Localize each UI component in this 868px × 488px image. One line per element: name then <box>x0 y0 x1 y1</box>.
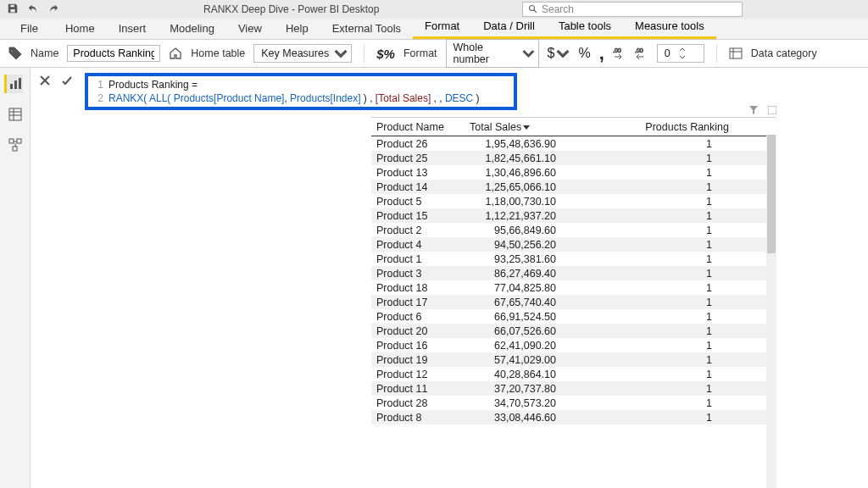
tab-format[interactable]: Format <box>413 16 471 39</box>
cell-sales: 94,50,256.20 <box>470 239 571 251</box>
format-select[interactable]: Whole number <box>446 39 539 68</box>
table-row[interactable]: Product 261,95,48,636.901 <box>371 136 776 151</box>
cell-sales: 1,95,48,636.90 <box>470 138 571 150</box>
cell-sales: 57,41,029.00 <box>470 354 571 366</box>
save-icon[interactable] <box>7 3 19 17</box>
decrease-decimals-button[interactable]: .00 <box>635 47 648 60</box>
format-prefix-icon: $% <box>376 47 395 61</box>
redo-icon[interactable] <box>47 3 59 17</box>
formula-text[interactable]: 1Products Ranking = 2RANKX( ALL( Product… <box>88 76 514 107</box>
cell-sales: 93,25,381.60 <box>470 253 571 265</box>
search-box[interactable]: Search <box>522 2 743 17</box>
comma-button[interactable]: , <box>599 42 604 64</box>
cell-product: Product 14 <box>376 181 470 193</box>
table-row[interactable]: Product 494,50,256.201 <box>371 237 776 252</box>
commit-formula-button[interactable] <box>59 73 75 88</box>
col-total-sales[interactable]: Total Sales <box>470 121 571 133</box>
svg-rect-9 <box>19 78 21 89</box>
tab-modeling[interactable]: Modeling <box>158 19 226 39</box>
cell-product: Product 2 <box>376 225 470 236</box>
undo-icon[interactable] <box>27 3 39 17</box>
table-row[interactable]: Product 51,18,00,730.101 <box>371 194 776 208</box>
table-row[interactable]: Product 386,27,469.401 <box>371 266 776 280</box>
cell-rank: 1 <box>571 138 771 150</box>
separator <box>364 44 364 63</box>
home-table-select[interactable]: Key Measures <box>253 44 352 63</box>
filter-icon[interactable] <box>749 106 758 114</box>
table-row[interactable]: Product 833,08,446.601 <box>371 410 776 424</box>
cell-sales: 95,66,849.60 <box>470 225 571 236</box>
data-table: Product Name Total Sales Products Rankin… <box>371 118 776 424</box>
table-row[interactable]: Product 295,66,849.601 <box>371 223 776 237</box>
svg-rect-10 <box>9 108 21 120</box>
model-view-button[interactable] <box>6 136 25 154</box>
separator <box>716 44 717 63</box>
currency-button[interactable]: $ <box>548 46 570 61</box>
table-row[interactable]: Product 151,12,21,937.201 <box>371 208 776 223</box>
cell-product: Product 1 <box>376 253 470 265</box>
col-product-name[interactable]: Product Name <box>376 121 470 133</box>
cancel-formula-button[interactable] <box>37 73 53 88</box>
table-row[interactable]: Product 1240,28,864.101 <box>371 367 776 381</box>
cell-rank: 1 <box>571 152 771 164</box>
report-view-button[interactable] <box>4 75 23 93</box>
table-row[interactable]: Product 1877,04,825.801 <box>371 280 776 295</box>
table-row[interactable]: Product 1767,65,740.401 <box>371 295 776 309</box>
cell-sales: 62,41,090.20 <box>470 340 571 352</box>
cell-rank: 1 <box>571 297 771 308</box>
tab-view[interactable]: View <box>226 19 274 39</box>
table-row[interactable]: Product 131,30,46,896.601 <box>371 165 776 180</box>
cell-sales: 34,70,573.20 <box>470 397 571 409</box>
table-row[interactable]: Product 193,25,381.601 <box>371 252 776 266</box>
table-row[interactable]: Product 1662,41,090.201 <box>371 338 776 352</box>
report-canvas: 1Products Ranking = 2RANKX( ALL( Product… <box>31 68 868 488</box>
name-input[interactable] <box>67 45 160 62</box>
table-row[interactable]: Product 2066,07,526.601 <box>371 324 776 338</box>
tab-home[interactable]: Home <box>53 19 107 39</box>
percent-button[interactable]: % <box>578 46 590 61</box>
table-row[interactable]: Product 1137,20,737.801 <box>371 381 776 396</box>
tab-measure-tools[interactable]: Measure tools <box>623 16 716 39</box>
tab-external-tools[interactable]: External Tools <box>320 19 413 39</box>
cell-rank: 1 <box>571 196 771 208</box>
cell-sales: 40,28,864.10 <box>470 369 571 380</box>
cell-product: Product 18 <box>376 282 470 294</box>
col-products-ranking[interactable]: Products Ranking <box>571 121 771 133</box>
increase-decimals-button[interactable]: .00 <box>613 47 626 60</box>
search-icon <box>528 4 538 14</box>
sort-desc-icon <box>523 124 530 130</box>
cell-rank: 1 <box>571 397 771 409</box>
svg-rect-4 <box>730 48 742 58</box>
table-header: Product Name Total Sales Products Rankin… <box>371 118 776 136</box>
svg-rect-8 <box>14 80 17 89</box>
tab-help[interactable]: Help <box>274 19 320 39</box>
cell-product: Product 25 <box>376 152 470 164</box>
search-placeholder: Search <box>542 3 574 15</box>
tab-table-tools[interactable]: Table tools <box>547 16 623 39</box>
cell-rank: 1 <box>571 167 771 179</box>
scrollbar-thumb[interactable] <box>767 135 776 253</box>
table-row[interactable]: Product 2834,70,573.201 <box>371 396 776 410</box>
cell-product: Product 26 <box>376 138 470 150</box>
cell-rank: 1 <box>571 253 771 265</box>
table-visual[interactable]: Product Name Total Sales Products Rankin… <box>371 117 776 488</box>
svg-line-1 <box>534 10 537 13</box>
cell-sales: 86,27,469.40 <box>470 268 571 280</box>
table-row[interactable]: Product 251,82,45,661.101 <box>371 151 776 165</box>
cell-sales: 37,20,737.80 <box>470 383 571 395</box>
data-view-button[interactable] <box>6 105 25 124</box>
table-row[interactable]: Product 666,91,524.501 <box>371 309 776 324</box>
table-row[interactable]: Product 141,25,65,066.101 <box>371 180 776 194</box>
quick-access-toolbar <box>7 3 59 17</box>
decimals-input[interactable]: 0 <box>657 44 704 63</box>
table-row[interactable]: Product 1957,41,029.001 <box>371 352 776 367</box>
focus-icon[interactable] <box>768 106 776 114</box>
format-label: Format <box>403 47 437 59</box>
svg-rect-15 <box>17 139 21 143</box>
tab-file[interactable]: File <box>8 19 53 39</box>
tab-data-drill[interactable]: Data / Drill <box>471 16 547 39</box>
cell-rank: 1 <box>571 239 771 251</box>
tab-insert[interactable]: Insert <box>107 19 159 39</box>
home-table-label: Home table <box>191 47 245 59</box>
formula-editor[interactable]: 1Products Ranking = 2RANKX( ALL( Product… <box>85 73 517 110</box>
